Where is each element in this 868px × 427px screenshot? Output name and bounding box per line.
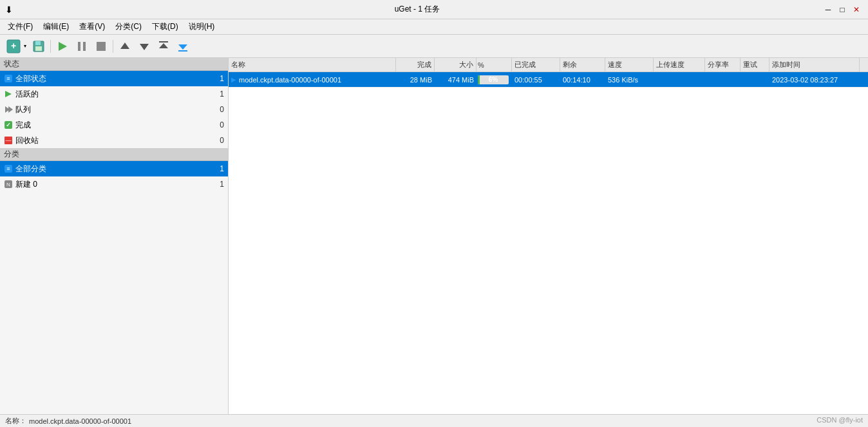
row-play-icon: ▶ bbox=[231, 76, 236, 83]
sidebar-item-all-status[interactable]: ≡ 全部状态 1 bbox=[0, 71, 228, 86]
svg-rect-8 bbox=[97, 42, 106, 51]
menu-category[interactable]: 分类(C) bbox=[110, 20, 147, 33]
main-area: 状态 ≡ 全部状态 1 活跃的 1 队列 0 bbox=[0, 58, 868, 414]
cell-speed: 536 KiB/s bbox=[605, 72, 654, 87]
sidebar-item-all-category[interactable]: ≡ 全部分类 1 bbox=[0, 161, 228, 176]
sidebar-item-active[interactable]: 活跃的 1 bbox=[0, 86, 228, 102]
recycle-count: 0 bbox=[220, 136, 224, 145]
move-down-icon bbox=[138, 40, 151, 53]
download-area: 名称 完成 大小 % 已完成 剩余 速度 上传速度 分享率 重试 添加时间 ▶ … bbox=[229, 58, 868, 414]
sidebar-item-recycle[interactable]: — 回收站 0 bbox=[0, 133, 228, 148]
svg-rect-6 bbox=[78, 42, 80, 51]
all-category-label: 全部分类 bbox=[15, 164, 217, 175]
svg-text:≡: ≡ bbox=[6, 75, 10, 82]
toolbar: + ▾ bbox=[0, 35, 868, 58]
pause-icon bbox=[75, 40, 88, 53]
move-down-button[interactable] bbox=[135, 37, 153, 55]
window-controls: ─ □ ✕ bbox=[822, 3, 863, 16]
save-icon bbox=[32, 40, 45, 53]
cell-pct: 6% bbox=[476, 72, 512, 87]
close-button[interactable]: ✕ bbox=[850, 3, 863, 16]
move-bottom-icon bbox=[176, 40, 189, 53]
move-top-button[interactable] bbox=[155, 37, 173, 55]
svg-rect-3 bbox=[35, 41, 41, 45]
complete-icon: ✓ bbox=[4, 120, 13, 129]
cell-retry bbox=[741, 72, 769, 87]
all-status-icon: ≡ bbox=[4, 74, 13, 83]
svg-marker-17 bbox=[5, 91, 12, 97]
move-bottom-button[interactable] bbox=[174, 37, 192, 55]
svg-marker-5 bbox=[59, 42, 67, 51]
move-top-icon bbox=[157, 40, 170, 53]
all-category-icon: ≡ bbox=[4, 164, 13, 173]
sidebar: 状态 ≡ 全部状态 1 活跃的 1 队列 0 bbox=[0, 58, 229, 414]
status-name-label: 名称： bbox=[5, 416, 26, 426]
maximize-button[interactable]: □ bbox=[836, 3, 849, 16]
menu-download[interactable]: 下载(D) bbox=[147, 20, 184, 33]
all-category-count: 1 bbox=[220, 164, 224, 173]
save-button[interactable] bbox=[30, 37, 48, 55]
svg-marker-11 bbox=[159, 43, 168, 48]
title-bar: ⬇ uGet - 1 任务 ─ □ ✕ bbox=[0, 0, 868, 19]
new0-icon: N bbox=[4, 180, 13, 189]
start-button[interactable] bbox=[53, 37, 71, 55]
svg-text:≡: ≡ bbox=[6, 166, 10, 172]
stop-icon bbox=[95, 40, 108, 53]
cell-share bbox=[705, 72, 741, 87]
window-title: uGet - 1 任务 bbox=[13, 4, 822, 15]
separator-1 bbox=[50, 40, 51, 53]
menu-help[interactable]: 说明(H) bbox=[184, 20, 220, 33]
col-header-upspeed: 上传速度 bbox=[654, 58, 705, 71]
add-dropdown-button[interactable]: + ▾ bbox=[3, 35, 28, 57]
svg-marker-10 bbox=[140, 44, 149, 50]
new0-label: 新建 0 bbox=[15, 179, 217, 190]
status-bar: 名称： model.ckpt.data-00000-of-00001 CSDN … bbox=[0, 414, 868, 427]
col-header-elapsed: 已完成 bbox=[512, 58, 560, 71]
queue-icon bbox=[4, 105, 13, 114]
app-icon: ⬇ bbox=[5, 5, 13, 15]
add-url-icon: + bbox=[6, 39, 21, 53]
stop-button[interactable] bbox=[92, 37, 110, 55]
svg-text:N: N bbox=[6, 182, 10, 187]
svg-text:✓: ✓ bbox=[6, 122, 11, 128]
active-label: 活跃的 bbox=[15, 89, 217, 100]
complete-label: 完成 bbox=[15, 120, 217, 131]
svg-text:+: + bbox=[11, 41, 16, 51]
new0-count: 1 bbox=[220, 180, 224, 189]
table-row[interactable]: ▶ model.ckpt.data-00000-of-00001 28 MiB … bbox=[229, 72, 868, 88]
category-section-header: 分类 bbox=[0, 148, 228, 161]
menu-file[interactable]: 文件(F) bbox=[3, 20, 38, 33]
menu-edit[interactable]: 编辑(E) bbox=[38, 20, 74, 33]
menu-view[interactable]: 查看(V) bbox=[74, 20, 110, 33]
col-header-done: 完成 bbox=[396, 58, 435, 71]
recycle-icon: — bbox=[4, 136, 13, 145]
pause-button[interactable] bbox=[73, 37, 91, 55]
sidebar-item-complete[interactable]: ✓ 完成 0 bbox=[0, 117, 228, 133]
move-up-button[interactable] bbox=[116, 37, 134, 55]
progress-bar-text: 6% bbox=[478, 75, 509, 84]
col-header-remain: 剩余 bbox=[560, 58, 605, 71]
sidebar-item-new0[interactable]: N 新建 0 1 bbox=[0, 176, 228, 192]
all-status-label: 全部状态 bbox=[15, 73, 217, 84]
svg-rect-7 bbox=[83, 42, 86, 51]
sidebar-item-queue[interactable]: 队列 0 bbox=[0, 102, 228, 117]
cell-elapsed: 00:00:55 bbox=[512, 72, 560, 87]
cell-size: 474 MiB bbox=[435, 72, 476, 87]
cell-added: 2023-03-02 08:23:27 bbox=[769, 72, 860, 87]
svg-rect-4 bbox=[35, 46, 42, 51]
recycle-label: 回收站 bbox=[15, 135, 217, 146]
watermark: CSDN @fly-iot bbox=[816, 416, 863, 424]
move-up-icon bbox=[118, 40, 131, 53]
minimize-button[interactable]: ─ bbox=[822, 3, 835, 16]
add-url-button[interactable]: + bbox=[5, 37, 23, 55]
menu-bar: 文件(F) 编辑(E) 查看(V) 分类(C) 下载(D) 说明(H) bbox=[0, 19, 868, 35]
svg-marker-9 bbox=[120, 43, 129, 49]
separator-2 bbox=[113, 40, 113, 53]
cell-done: 28 MiB bbox=[396, 72, 435, 87]
all-status-count: 1 bbox=[220, 74, 224, 83]
col-header-share: 分享率 bbox=[705, 58, 741, 71]
col-header-name: 名称 bbox=[229, 58, 396, 71]
add-dropdown-arrow-icon: ▾ bbox=[24, 43, 26, 49]
col-header-size: 大小 bbox=[435, 58, 476, 71]
cell-name: ▶ model.ckpt.data-00000-of-00001 bbox=[229, 72, 396, 87]
